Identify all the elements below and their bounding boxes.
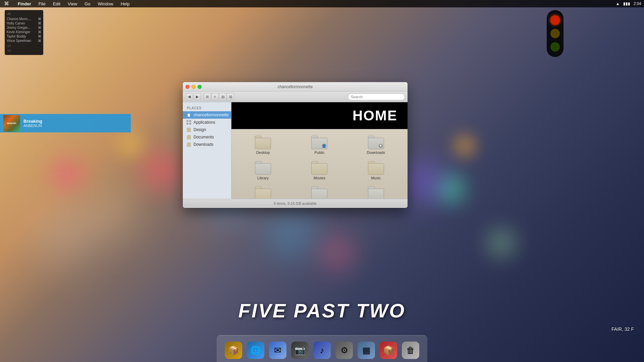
folder-music[interactable]: Music [348,158,404,183]
now-playing-info: Breaking ANBERLIN [23,119,42,128]
finder-content: HOME Desktop [231,102,408,199]
weather-widget: FAIR, 32 F [611,326,634,332]
dock-screenium[interactable]: ⚙ [334,340,354,360]
track-2[interactable]: Holly Carver ⌘ [7,21,41,25]
music-widget: .01 Chance Monn.... ⌘ Holly Carver ⌘ Jim… [5,10,43,55]
coverflow-button[interactable]: ▥ [227,93,234,101]
home-banner: HOME [231,102,408,129]
svg-rect-2 [189,120,191,122]
window-controls [185,85,202,89]
finder-menu[interactable]: Finder [16,1,33,6]
finder-body: PLACES chancellormonnette Applications [183,102,408,199]
weather-text: FAIR, 32 F [611,326,634,332]
svg-rect-6 [187,136,191,139]
dock-itunes[interactable]: ♪ [312,340,332,360]
finder-window-title: chancellormonnette [278,84,313,89]
track-6[interactable]: Vince Speelman ⌘ [7,39,41,43]
track-name: Breaking [23,119,42,124]
edit-menu[interactable]: Edit [52,1,62,6]
forward-button[interactable]: ▶ [194,93,201,101]
minimize-button[interactable] [192,85,196,89]
finder-sidebar: PLACES chancellormonnette Applications [183,102,231,199]
dock-dock[interactable]: ▦ [356,340,376,360]
help-menu[interactable]: Help [119,1,131,6]
time-text: FIVE PAST TWO [0,299,644,322]
album-art: anberlin [3,115,20,132]
places-header: PLACES [183,105,231,111]
search-input[interactable] [348,94,405,100]
svg-rect-4 [189,123,191,125]
view-menu[interactable]: View [66,1,78,6]
window-menu[interactable]: Window [96,1,114,6]
folder-library[interactable]: Library [235,158,291,183]
maximize-button[interactable] [198,85,202,89]
folder-public[interactable]: 👤 Public [291,132,347,158]
folder-sites[interactable]: Sites [348,183,404,199]
folder-grid: Desktop 👤 Public [231,129,408,199]
svg-text:👤: 👤 [322,144,326,148]
folder-documents[interactable]: Documents [235,183,291,199]
list-view-button[interactable]: ≡ [211,93,219,101]
column-view-button[interactable]: ▤ [219,93,226,101]
battery-icon: ▮▮▮ [623,1,630,6]
svg-rect-5 [187,129,191,132]
traffic-light-green [550,42,560,52]
artist-name: ANBERLIN [23,124,42,128]
icon-view-button[interactable]: ⊞ [204,93,211,101]
sidebar-downloads[interactable]: Downloads [183,141,231,148]
apple-menu[interactable]: ⌘ [3,1,10,7]
svg-rect-1 [186,120,189,122]
track-4[interactable]: Kevin Kieninger ⌘ [7,30,41,34]
finder-toolbar: ◀ ▶ ⊞ ≡ ▤ ▥ [183,92,408,102]
folder-downloads[interactable]: Downloads [348,132,404,158]
track-1[interactable]: Chance Monn.... ⌘ [7,17,41,21]
go-menu[interactable]: Go [83,1,92,6]
svg-rect-3 [186,123,189,125]
file-menu[interactable]: File [37,1,47,6]
sidebar-home[interactable]: chancellormonnette [183,111,231,119]
nav-buttons: ◀ ▶ [185,93,201,101]
finder-window[interactable]: chancellormonnette ◀ ▶ ⊞ ≡ ▤ ▥ PLACES ch… [183,82,408,208]
track-3[interactable]: Jimmy Greger... ⌘ [7,25,41,30]
dock-unarchiver[interactable]: 📦 [378,340,398,360]
time-display: FIVE PAST TWO [0,299,644,322]
music-section-02: .02 [7,44,41,48]
sidebar-documents[interactable]: Documents [183,133,231,141]
svg-rect-7 [187,144,191,147]
now-playing-bar: anberlin Breaking ANBERLIN [0,114,131,132]
view-buttons: ⊞ ≡ ▤ ▥ [204,93,234,101]
clock: 2:04 [634,1,641,6]
folder-movies[interactable]: Movies [291,158,347,183]
music-section-03: .03 [7,49,41,52]
close-button[interactable] [185,85,190,89]
finder-statusbar: 9 items, 9.16 GB available [183,199,408,207]
dock-safari[interactable]: 🌐 [246,340,266,360]
wifi-icon: ▲ [616,1,620,6]
finder-titlebar: chancellormonnette [183,82,408,92]
dock-facetime[interactable]: 📷 [290,340,310,360]
track-5[interactable]: Taylor Boddy ⌘ [7,34,41,39]
dock-finder[interactable]: 📦 [223,340,244,360]
dock-mail[interactable]: ✉ [268,340,288,360]
sidebar-design[interactable]: Design [183,126,231,133]
dock-trash[interactable]: 🗑 [400,340,421,360]
folder-desktop[interactable]: Desktop [235,132,291,158]
traffic-light-yellow [550,29,560,38]
traffic-light-red [550,15,560,25]
menubar: ⌘ Finder File Edit View Go Window Help ▲… [0,0,644,7]
back-button[interactable]: ◀ [185,93,193,101]
music-section-01: .01 [7,12,41,15]
dock: 📦 🌐 ✉ 📷 ♪ ⚙ ▦ 📦 🗑 [217,335,427,362]
sidebar-applications[interactable]: Applications [183,119,231,126]
traffic-light-decoration [547,10,567,60]
folder-pictures[interactable]: Pictures [291,183,347,199]
